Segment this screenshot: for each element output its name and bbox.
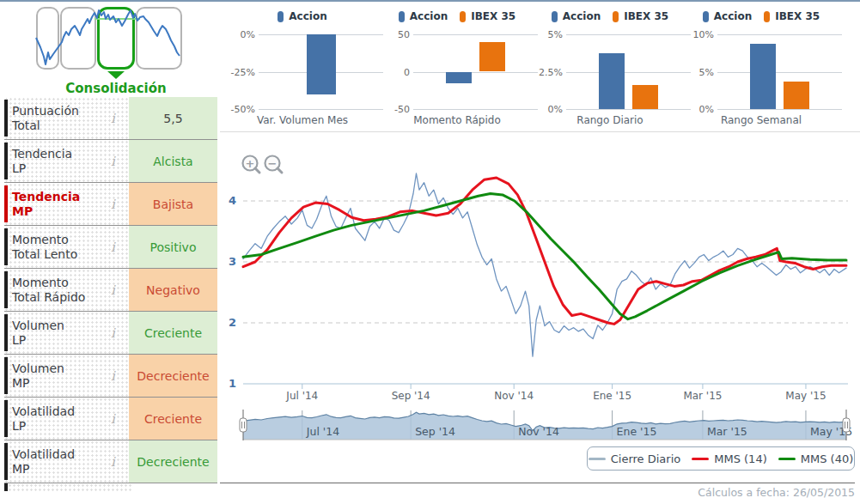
legend-item[interactable]: IBEX 35: [613, 10, 668, 22]
indicator-value: Negativo: [129, 269, 217, 311]
indicator-value: Alcista: [129, 140, 217, 182]
info-icon[interactable]: i: [111, 111, 115, 126]
x-axis-label: Nov '14: [494, 390, 534, 402]
zoom-out-icon[interactable]: −: [265, 156, 283, 173]
legend-item[interactable]: MMS (40): [778, 452, 854, 465]
pattern-box: [136, 7, 182, 70]
legend-item[interactable]: Accion: [703, 10, 752, 22]
main-price-chart: 4321Jul '14Sep '14Nov '14Ene '15Mar '15M…: [220, 136, 860, 404]
legend-item[interactable]: Accion: [399, 10, 448, 22]
legend-label: IBEX 35: [775, 10, 820, 22]
separator-line: [220, 131, 860, 132]
gridline: [566, 109, 691, 110]
indicator-label: VolumenLP: [12, 318, 64, 348]
gridline: [717, 34, 842, 35]
info-icon[interactable]: i: [111, 325, 115, 341]
bar-accion: [750, 44, 776, 109]
legend-label: Accion: [289, 10, 326, 22]
legend-item[interactable]: IBEX 35: [460, 10, 515, 22]
legend-marker-icon: [613, 11, 619, 22]
mini-chart-rango-semanal: AccionIBEX 3510%5%0%Rango Semanal: [680, 5, 842, 132]
legend-item[interactable]: Cierre Diario: [589, 452, 681, 465]
info-icon[interactable]: i: [111, 154, 115, 169]
legend-label: Accion: [714, 10, 752, 22]
legend-label: Accion: [410, 10, 448, 22]
legend-marker-icon: [764, 11, 770, 22]
table-stub: [4, 483, 133, 491]
gridline: [717, 109, 842, 110]
gridline: [566, 72, 691, 73]
pattern-label: Consolidación: [34, 81, 198, 96]
nav-label: Sep '14: [415, 425, 455, 438]
bar-ibex35: [632, 85, 658, 109]
info-icon[interactable]: i: [111, 411, 115, 427]
mini-chart-title: Rango Semanal: [680, 114, 842, 126]
legend-line-icon: [778, 458, 796, 460]
legend-marker-icon: [399, 11, 405, 22]
y-tick-label: 2.5%: [529, 67, 563, 78]
indicator-label: VolatilidadLP: [12, 404, 75, 434]
legend-item[interactable]: IBEX 35: [764, 10, 820, 22]
y-tick-label: 0%: [222, 29, 255, 40]
range-navigator[interactable]: Jul '14Sep '14Nov '14Ene '15Mar '15May '…: [220, 405, 860, 445]
indicator-value: Creciente: [129, 398, 217, 440]
footer-divider: [220, 483, 855, 483]
legend-item[interactable]: Accion: [552, 10, 601, 22]
y-axis-label: 2: [229, 316, 236, 329]
legend-label: MMS (40): [801, 452, 854, 465]
legend-marker-icon: [460, 11, 466, 22]
info-icon[interactable]: i: [111, 368, 115, 384]
indicator-label: VolatilidadMP: [12, 446, 75, 477]
y-axis-label: 3: [229, 255, 236, 268]
legend-label: Cierre Diario: [611, 452, 681, 465]
nav-label: Ene '15: [617, 425, 657, 438]
bar-ibex35: [479, 42, 505, 72]
legend-label: IBEX 35: [471, 10, 515, 22]
svg-text:−: −: [268, 157, 278, 170]
info-icon[interactable]: i: [111, 282, 115, 298]
mini-chart-rango-diario: AccionIBEX 355%2.5%0%Rango Diario: [529, 5, 691, 132]
indicator-label: VolumenMP: [12, 361, 64, 391]
bar-ibex35: [784, 82, 809, 109]
indicator-label: TendenciaLP: [12, 146, 72, 176]
nav-label: Mar '15: [707, 425, 747, 438]
info-icon[interactable]: i: [111, 454, 115, 470]
legend-item[interactable]: Accion: [278, 10, 326, 22]
x-axis-label: Jul '14: [285, 390, 318, 402]
info-icon[interactable]: i: [111, 197, 115, 212]
bar-accion: [599, 53, 625, 109]
pattern-box: [60, 7, 96, 70]
pattern-box: [36, 7, 59, 70]
pattern-widget: Consolidación: [34, 5, 206, 96]
indicator-label: MomentoTotal Lento: [12, 232, 77, 262]
mini-chart-var-volumen-mes: Accion0%-25%-50%Var. Volumen Mes: [222, 5, 383, 132]
bar-accion: [446, 72, 472, 84]
zoom-in-icon[interactable]: +: [243, 156, 260, 173]
mini-chart-title: Momento Rápido: [376, 114, 538, 126]
mini-chart-title: Var. Volumen Mes: [222, 114, 383, 126]
indicator-row: PuntuaciónTotali5,5: [4, 97, 217, 140]
legend-label: IBEX 35: [624, 10, 668, 22]
indicator-row: MomentoTotal LentoiPositivo: [4, 226, 217, 269]
indicator-value: 5,5: [129, 97, 217, 139]
indicator-label: TendenciaMP: [12, 189, 80, 219]
mini-chart-title: Rango Diario: [529, 114, 691, 126]
gridline: [717, 72, 842, 73]
nav-label: Jul '14: [306, 425, 339, 438]
pattern-pointer-icon: [107, 71, 125, 79]
legend-item[interactable]: MMS (14): [692, 452, 767, 465]
indicator-row: VolumenLPiCreciente: [4, 312, 217, 355]
legend-line-icon: [692, 458, 709, 460]
mini-chart-legend: Accion: [222, 10, 383, 22]
indicator-row: MomentoTotal RápidoiNegativo: [4, 269, 217, 312]
pattern-box-active: [97, 7, 135, 70]
x-axis-label: Ene '15: [593, 390, 631, 402]
y-axis-label: 4: [229, 194, 236, 207]
info-icon[interactable]: i: [111, 240, 115, 255]
calc-date: Cálculos a fecha: 26/05/2015: [698, 486, 855, 499]
legend-marker-icon: [278, 11, 284, 22]
indicator-label: MomentoTotal Rápido: [12, 275, 85, 305]
bar-accion: [307, 34, 336, 94]
indicator-value: Creciente: [129, 312, 217, 354]
y-tick-label: -25%: [222, 67, 255, 78]
